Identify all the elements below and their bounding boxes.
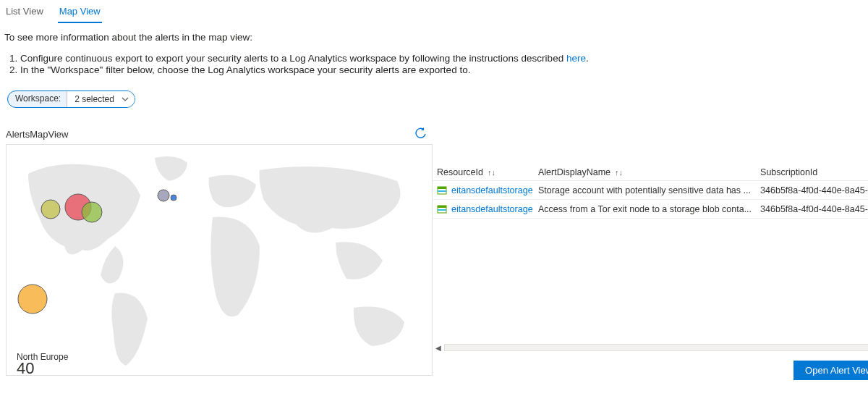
horizontal-scrollbar[interactable]: ◀ ▶ [433, 342, 868, 353]
col-subscriptionid[interactable]: SubscriptionId [756, 164, 868, 180]
map-overlay-count: 40 [17, 359, 34, 378]
open-alert-view-button[interactable]: Open Alert View [793, 361, 868, 380]
intro-lead: To see more information about the alerts… [4, 32, 864, 43]
col-resourceid[interactable]: ResourceId↑↓ [433, 164, 534, 180]
alert-name: Access from a Tor exit node to a storage… [534, 204, 756, 214]
svg-rect-4 [438, 206, 446, 208]
storage-icon [437, 204, 447, 214]
table-header: ResourceId↑↓ AlertDisplayName↑↓ Subscrip… [433, 164, 868, 181]
workspace-filter-label: Workspace: [8, 91, 67, 107]
sort-icon: ↑↓ [615, 168, 623, 177]
svg-rect-1 [438, 187, 446, 189]
map-bubble-blue[interactable] [171, 195, 176, 201]
subscription-id: 346b5f8a-4f0d-440e-8a45-0c0b5 [756, 185, 868, 195]
resource-link[interactable]: eitansdefaultstorage [451, 185, 533, 195]
map-bubble-grey[interactable] [158, 190, 169, 201]
map-bubble-green[interactable] [82, 202, 102, 222]
map-panel-title: AlertsMapView [6, 129, 68, 140]
intro-step-1: Configure continuous export to export yo… [20, 53, 864, 64]
intro-text: To see more information about the alerts… [0, 23, 868, 75]
resource-link[interactable]: eitansdefaultstorage [451, 204, 533, 214]
world-map[interactable]: North Europe 40 [6, 144, 433, 376]
view-tabs: List View Map View [0, 0, 868, 23]
svg-rect-5 [438, 209, 446, 211]
scroll-left-icon[interactable]: ◀ [433, 344, 444, 352]
alert-name: Storage account with potentially sensiti… [534, 185, 756, 195]
table-row[interactable]: eitansdefaultstorage Access from a Tor e… [433, 200, 868, 219]
chevron-down-icon [122, 97, 129, 101]
storage-icon [437, 185, 447, 195]
tab-list-view[interactable]: List View [4, 4, 45, 23]
table-row[interactable]: eitansdefaultstorage Storage account wit… [433, 181, 868, 200]
undo-icon[interactable] [415, 127, 427, 141]
subscription-id: 346b5f8a-4f0d-440e-8a45-0c0b5 [756, 204, 868, 214]
here-link[interactable]: here [566, 53, 586, 64]
scroll-track[interactable] [444, 344, 868, 351]
workspace-filter[interactable]: Workspace: 2 selected [7, 91, 135, 108]
col-alertdisplayname[interactable]: AlertDisplayName↑↓ [534, 164, 756, 180]
map-bubble-olive-1[interactable] [41, 200, 60, 219]
workspace-filter-value[interactable]: 2 selected [67, 91, 135, 107]
map-bubble-orange[interactable] [18, 285, 47, 313]
sort-icon: ↑↓ [488, 168, 495, 177]
tab-map-view[interactable]: Map View [58, 4, 102, 23]
intro-step-2: In the "Workspace" filter below, choose … [20, 64, 864, 75]
alerts-table: ResourceId↑↓ AlertDisplayName↑↓ Subscrip… [433, 164, 868, 219]
svg-rect-2 [438, 190, 446, 192]
